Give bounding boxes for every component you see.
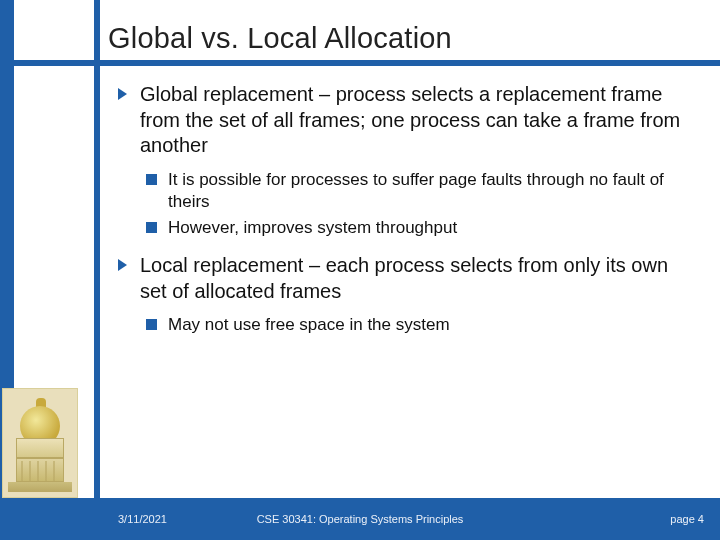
subbullet-text: However, improves system throughput (168, 218, 457, 237)
footer-page: page 4 (670, 513, 704, 525)
subbullet-group: It is possible for processes to suffer p… (146, 169, 692, 239)
content-area: Global replacement – process selects a r… (118, 82, 692, 350)
square-bullet-icon (146, 222, 157, 233)
triangle-bullet-icon (118, 88, 127, 100)
bullet-level2: May not use free space in the system (146, 314, 692, 336)
bullet-level1: Global replacement – process selects a r… (118, 82, 692, 159)
square-bullet-icon (146, 174, 157, 185)
bullet-level1: Local replacement – each process selects… (118, 253, 692, 304)
subbullet-text: May not use free space in the system (168, 315, 450, 334)
slide: Global vs. Local Allocation Global repla… (0, 0, 720, 540)
footer-date: 3/11/2021 (118, 513, 167, 525)
title-area: Global vs. Local Allocation (108, 8, 704, 68)
header-rule-cap (14, 60, 94, 66)
footer-course: CSE 30341: Operating Systems Principles (257, 513, 464, 525)
bullet-text: Global replacement – process selects a r… (140, 83, 680, 156)
triangle-bullet-icon (118, 259, 127, 271)
bullet-level2: It is possible for processes to suffer p… (146, 169, 692, 213)
bullet-level2: However, improves system throughput (146, 217, 692, 239)
bullet-text: Local replacement – each process selects… (140, 254, 668, 302)
square-bullet-icon (146, 319, 157, 330)
page-title: Global vs. Local Allocation (108, 22, 452, 55)
subbullet-text: It is possible for processes to suffer p… (168, 170, 664, 211)
footer-bar: 3/11/2021 CSE 30341: Operating Systems P… (0, 498, 720, 540)
dome-building-icon (6, 404, 74, 494)
vertical-rule (94, 0, 100, 498)
subbullet-group: May not use free space in the system (146, 314, 692, 336)
